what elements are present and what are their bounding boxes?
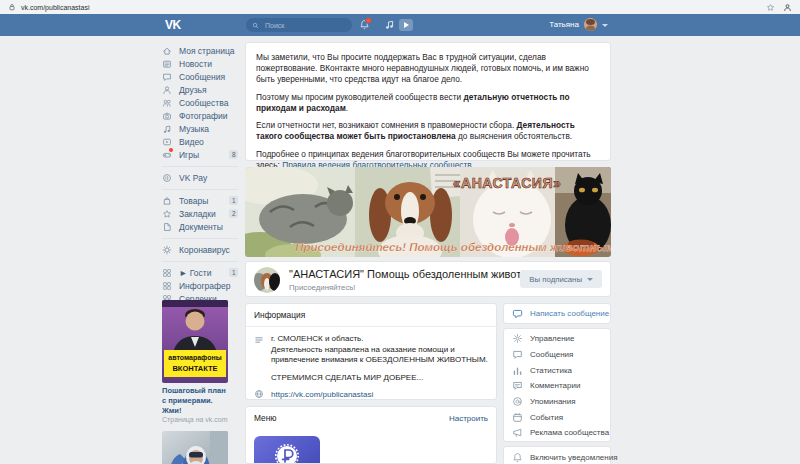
guests-badge: 1 — [229, 268, 238, 277]
action-events[interactable]: События — [504, 409, 610, 425]
notifications-card: Включить уведомления — [503, 446, 611, 464]
communities-icon — [162, 98, 172, 108]
friends-icon — [162, 85, 172, 95]
home-icon — [162, 46, 172, 56]
divider — [162, 238, 238, 239]
browser-address-bar: vk.com/publicanastasi — [0, 0, 800, 14]
sidebar-item-video[interactable]: Видео — [162, 135, 238, 148]
user-menu[interactable]: Татьяна — [549, 18, 608, 31]
vk-topbar: VK Татьяна — [0, 14, 800, 36]
avatar — [584, 18, 597, 31]
search-icon — [252, 22, 259, 29]
bookmarks-badge: 2 — [229, 209, 238, 218]
sidebar-item-communities[interactable]: Сообщества — [162, 96, 238, 109]
ads-column: автомарафоны ВКОНТАКТЕ Пошаговый план с … — [162, 300, 228, 464]
sidebar-item-music[interactable]: Музыка — [162, 122, 238, 135]
subscribed-button[interactable]: Вы подписаны — [520, 270, 602, 288]
menu-configure-link[interactable]: Настроить — [449, 414, 488, 423]
ad-image-automarathons[interactable]: автомарафоны ВКОНТАКТЕ — [162, 300, 228, 383]
ad-image-medic[interactable]: 18+ — [162, 431, 228, 464]
banner-tagline-overlay: Присоединяйтесь! Помощь обездоленным жив… — [295, 241, 611, 253]
action-statistics[interactable]: Статистика — [504, 362, 610, 378]
vk-logo[interactable]: VK — [165, 18, 181, 32]
comment-icon — [512, 380, 523, 391]
action-comments[interactable]: Комментарии — [504, 378, 610, 394]
ad-banner-text-1: автомарафоны — [168, 354, 221, 362]
bookmarks-star-icon — [162, 209, 172, 219]
charity-notice-card: Мы заметили, что Вы просите поддержать В… — [245, 42, 611, 161]
vkpay-icon — [162, 173, 172, 183]
info-card-title: Информация — [254, 310, 305, 320]
divider — [162, 189, 238, 190]
sidebar-item-messages[interactable]: Сообщения — [162, 70, 238, 83]
games-badge: 8 — [229, 150, 238, 159]
music-icon — [162, 124, 172, 134]
chevron-down-icon — [587, 278, 593, 281]
search-box[interactable] — [246, 18, 352, 32]
documents-icon — [162, 222, 172, 232]
action-manage[interactable]: Управление — [504, 331, 610, 347]
browser-profile-icon[interactable] — [783, 3, 792, 12]
left-nav: Моя страница Новости Сообщения Друзья Со… — [162, 44, 238, 305]
sidebar-item-games[interactable]: Игры8 — [162, 148, 238, 161]
vk-page: vk.com/publicanastasi VK Татьяна — [0, 0, 800, 464]
sidebar-item-market[interactable]: Товары1 — [162, 194, 238, 207]
messages-icon — [512, 349, 523, 360]
bookmark-star-icon[interactable] — [766, 3, 775, 12]
megaphone-icon — [512, 427, 523, 438]
write-message-card[interactable]: Написать сообщение — [503, 303, 611, 324]
news-icon — [162, 59, 172, 69]
message-bubble-icon — [512, 308, 523, 319]
notice-paragraph-3: Если отчетности нет, возникают сомнения … — [256, 120, 600, 142]
action-mentions[interactable]: Упоминания — [504, 394, 610, 410]
market-badge: 1 — [229, 196, 238, 205]
calendar-icon — [512, 412, 523, 423]
banner-title-overlay: «АНАСТАСИЯ» — [453, 175, 561, 191]
write-message-link: Написать сообщение — [530, 309, 609, 318]
notifications-bell-icon[interactable] — [359, 19, 370, 30]
community-title: "АНАСТАСИЯ" Помощь обездоленным животным — [289, 268, 543, 280]
music-note-icon[interactable] — [384, 19, 395, 30]
messages-icon — [162, 72, 172, 82]
action-messages[interactable]: Сообщения — [504, 347, 610, 363]
sidebar-item-bookmarks[interactable]: Закладки2 — [162, 207, 238, 220]
ad-caption-link[interactable]: Пошаговый план с примерами. Жми! — [162, 386, 228, 415]
action-enable-notifications[interactable]: Включить уведомления — [504, 447, 610, 464]
search-input[interactable] — [263, 21, 347, 30]
menu-tile-donations[interactable] — [254, 436, 320, 464]
community-header: "АНАСТАСИЯ" Помощь обездоленным животным… — [245, 261, 611, 297]
sidebar-item-infographer[interactable]: Инфографер — [162, 279, 238, 292]
sidebar-item-news[interactable]: Новости — [162, 57, 238, 70]
description-lines-icon — [254, 335, 264, 345]
apps-grid-icon — [162, 268, 172, 278]
chevron-down-icon — [602, 24, 608, 27]
community-website-link[interactable]: https://vk.com/publicanastasi — [271, 390, 373, 399]
sidebar-item-my-page[interactable]: Моя страница — [162, 44, 238, 57]
community-avatar[interactable] — [254, 267, 280, 293]
market-bag-icon — [162, 196, 172, 206]
sidebar-item-vkpay[interactable]: VK Pay — [162, 171, 238, 184]
video-play-icon[interactable] — [399, 19, 413, 31]
ad-source: Страница на vk.com — [162, 416, 228, 423]
lock-icon — [8, 3, 16, 11]
virus-icon — [162, 245, 172, 255]
community-cover-banner: «АНАСТАСИЯ» Присоединяйтесь! Помощь обез… — [245, 167, 611, 257]
sidebar-item-documents[interactable]: Документы — [162, 220, 238, 233]
apps-grid-icon — [162, 281, 172, 291]
sidebar-item-coronavirus[interactable]: Коронавирус — [162, 243, 238, 256]
sidebar-item-photos[interactable]: Фотографии — [162, 109, 238, 122]
ruble-badge-icon — [274, 443, 300, 464]
action-advertise[interactable]: Реклама сообщества — [504, 425, 610, 441]
sidebar-item-friends[interactable]: Друзья — [162, 83, 238, 96]
url-text[interactable]: vk.com/publicanastasi — [21, 4, 89, 11]
community-description: г. СМОЛЕНСК и область. Деятельность напр… — [271, 334, 488, 383]
notification-dot — [365, 17, 372, 24]
gear-icon — [512, 333, 523, 344]
sidebar-item-guests[interactable]: ► Гости1 — [162, 266, 238, 279]
chart-icon — [512, 365, 523, 376]
divider — [162, 261, 238, 262]
games-new-dot — [169, 148, 173, 152]
community-actions-card: Управление Сообщения Статистика Коммента… — [503, 328, 611, 442]
user-name: Татьяна — [549, 20, 579, 29]
menu-card: Меню Настроить — [245, 406, 497, 464]
